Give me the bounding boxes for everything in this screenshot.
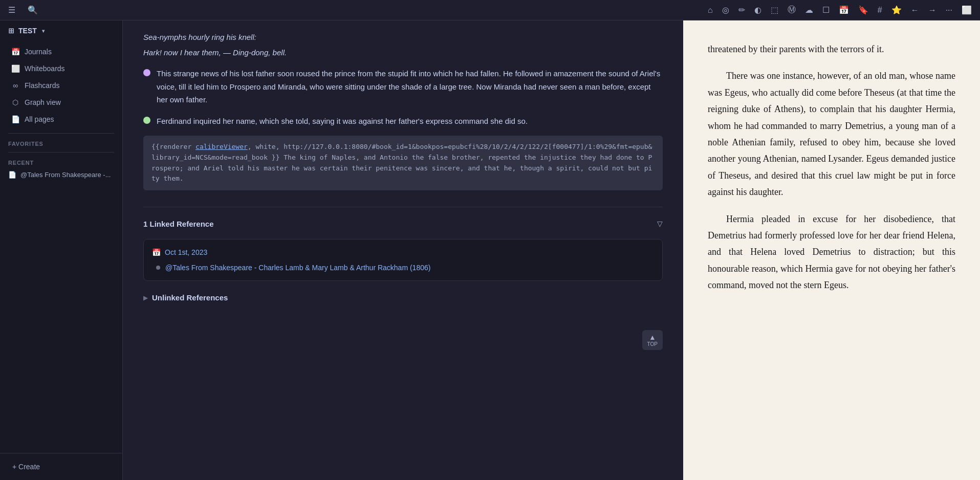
workspace-icon: ⊞ (8, 27, 14, 35)
sidebar-divider (8, 133, 114, 134)
bullet-purple (143, 69, 150, 76)
ref-card-date: 📅 Oct 1st, 2023 (152, 247, 654, 259)
hamburger-icon[interactable]: ☰ (6, 4, 17, 16)
forward-icon[interactable]: → (926, 5, 939, 16)
journals-icon: 📅 (11, 48, 19, 56)
unlinked-chevron-icon: ▶ (143, 293, 148, 303)
linked-refs-title: 1 Linked Reference (143, 217, 214, 231)
sidebar-nav: 📅 Journals ⬜ Whiteboards ∞ Flashcards ⬡ … (0, 41, 122, 130)
flashcards-icon: ∞ (11, 81, 19, 90)
back-icon[interactable]: ← (909, 5, 921, 16)
whiteboards-icon: ⬜ (11, 64, 19, 73)
sidebar-item-graph-view[interactable]: ⬡ Graph view (3, 94, 119, 111)
sidebar-item-label: Flashcards (25, 81, 59, 90)
ref-card-content: @Tales From Shakespeare - Charles Lamb &… (152, 263, 654, 273)
main-layout: ⊞ TEST ▾ 📅 Journals ⬜ Whiteboards ∞ Flas… (0, 20, 980, 480)
sidebar-item-label: Graph view (25, 98, 61, 106)
cloud-icon[interactable]: ☁ (803, 4, 815, 16)
moon-icon[interactable]: ◐ (752, 4, 764, 16)
note-block-2-text: Ferdinand inquired her name, which she t… (157, 115, 528, 128)
note-panel: Sea-nymphs hourly ring his knell: Hark! … (123, 20, 683, 480)
recent-item-icon: 📄 (8, 171, 16, 179)
linked-references: 1 Linked Reference ▽ 📅 Oct 1st, 2023 @Ta… (143, 207, 663, 281)
reader-text: threatened by their parents with the ter… (708, 41, 955, 293)
pages-icon: 📄 (11, 115, 19, 123)
search-icon[interactable]: 🔍 (26, 4, 40, 16)
sidebar: ⊞ TEST ▾ 📅 Journals ⬜ Whiteboards ∞ Flas… (0, 20, 123, 480)
workspace-selector[interactable]: ⊞ TEST ▾ (0, 20, 122, 41)
code-block: {{renderer calibreViewer, white, http://… (143, 136, 663, 190)
sidebar-item-label: Whiteboards (25, 64, 65, 73)
sidebar-item-journals[interactable]: 📅 Journals (3, 43, 119, 60)
reader-para-1: There was one instance, however, of an o… (708, 68, 955, 200)
note-block-2: Ferdinand inquired her name, which she t… (143, 115, 663, 128)
sidebar-item-whiteboards[interactable]: ⬜ Whiteboards (3, 60, 119, 77)
top-button[interactable]: ▲ TOP (642, 330, 663, 350)
home-icon[interactable]: ⌂ (706, 5, 715, 16)
favorites-label: FAVORITES (0, 137, 122, 149)
calibre-link[interactable]: calibreViewer (195, 143, 248, 150)
unlinked-refs-title: Unlinked References (152, 291, 228, 304)
create-button[interactable]: + Create (8, 460, 114, 474)
recent-item-label: @Tales From Shakespeare -... (20, 171, 111, 179)
note-block-1-text: This strange news of his lost father soo… (157, 67, 663, 106)
sidebar-item-all-pages[interactable]: 📄 All pages (3, 111, 119, 127)
sidebar-divider-2 (8, 152, 114, 152)
sidebar-item-label: All pages (25, 115, 54, 123)
pencil-icon[interactable]: ✏ (736, 4, 747, 16)
m-icon[interactable]: Ⓜ (786, 4, 798, 16)
graph-icon: ⬡ (11, 98, 19, 106)
poem-line-1: Sea-nymphs hourly ring his knell: (143, 31, 663, 44)
sidebar-recent-tales[interactable]: 📄 @Tales From Shakespeare -... (0, 168, 122, 182)
reader-para-2: Hermia pleaded in excuse for her disobed… (708, 211, 955, 294)
bookmark-icon[interactable]: 🔖 (856, 4, 870, 16)
frame-icon[interactable]: ⬚ (769, 4, 780, 16)
sidebar-item-label: Journals (25, 48, 52, 56)
linked-refs-header: 1 Linked Reference ▽ (143, 217, 663, 231)
code-block-prefix: {{renderer (151, 143, 195, 150)
topbar: ☰ 🔍 ⌂ ◎ ✏ ◐ ⬚ Ⓜ ☁ ☐ 📅 🔖 # ⭐ ← → ··· ⬜ (0, 0, 980, 20)
poem-block: Sea-nymphs hourly ring his knell: Hark! … (143, 31, 663, 59)
recent-label: RECENT (0, 156, 122, 168)
ref-date-text: Oct 1st, 2023 (165, 247, 207, 259)
topbar-icons: ⌂ ◎ ✏ ◐ ⬚ Ⓜ ☁ ☐ 📅 🔖 # ⭐ ← → ··· ⬜ (706, 4, 974, 16)
check-icon[interactable]: ☐ (820, 4, 832, 16)
unlinked-refs-header[interactable]: ▶ Unlinked References (143, 291, 663, 304)
more-icon[interactable]: ··· (944, 5, 954, 16)
sidebar-item-flashcards[interactable]: ∞ Flashcards (3, 77, 119, 94)
ref-link[interactable]: @Tales From Shakespeare - Charles Lamb &… (165, 263, 430, 273)
star-icon[interactable]: ⭐ (889, 4, 904, 16)
unlinked-references: ▶ Unlinked References (143, 291, 663, 304)
sidebar-create: + Create (0, 453, 122, 480)
content-area: Sea-nymphs hourly ring his knell: Hark! … (123, 20, 980, 480)
calendar-icon[interactable]: 📅 (837, 4, 851, 16)
ref-card-0: 📅 Oct 1st, 2023 @Tales From Shakespeare … (143, 239, 663, 281)
workspace-label: TEST (18, 27, 37, 35)
top-arrow-icon: ▲ (649, 333, 656, 341)
create-label: + Create (12, 463, 40, 471)
note-block-1: This strange news of his lost father soo… (143, 67, 663, 106)
filter-icon[interactable]: ▽ (657, 218, 663, 230)
bullet-green (143, 117, 150, 124)
top-label: TOP (647, 341, 658, 347)
poem-line-2: Hark! now I hear them, — Ding-dong, bell… (143, 46, 663, 59)
reader-panel: threatened by their parents with the ter… (683, 20, 980, 480)
calendar-small-icon: 📅 (152, 247, 161, 259)
note-content: Sea-nymphs hourly ring his knell: Hark! … (143, 31, 663, 304)
reader-para-0: threatened by their parents with the ter… (708, 41, 955, 57)
split-icon[interactable]: ⬜ (960, 4, 974, 16)
circle-icon[interactable]: ◎ (720, 4, 731, 16)
hash-icon[interactable]: # (876, 5, 884, 16)
ref-bullet (156, 266, 160, 270)
workspace-chevron-icon: ▾ (42, 28, 45, 34)
topbar-left: ☰ 🔍 (6, 4, 40, 16)
